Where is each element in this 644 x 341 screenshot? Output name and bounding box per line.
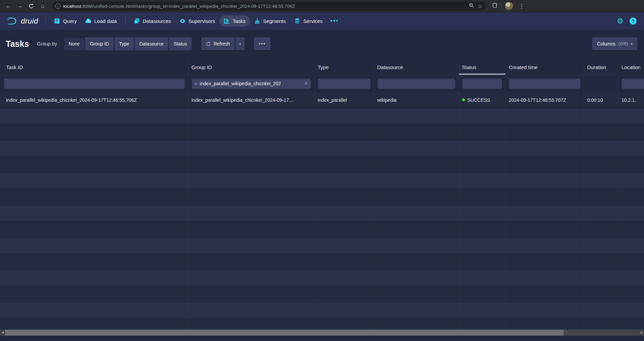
forward-icon[interactable]: → <box>15 1 25 11</box>
cell-datasource[interactable]: wikipedia <box>374 92 459 108</box>
query-icon <box>54 18 60 24</box>
empty-cell <box>315 173 374 189</box>
empty-cell <box>584 205 618 221</box>
empty-cell <box>0 108 188 124</box>
chevron-down-icon: ▾ <box>239 42 241 46</box>
group-id-filter-input[interactable]: = index_parallel_wikipedia_chicnkei_202 … <box>192 79 311 89</box>
scrollbar-thumb[interactable] <box>5 330 564 336</box>
columns-button[interactable]: Columns (8/8) ▾ <box>592 37 637 50</box>
url-text: localhost:8888/unified-console.html#task… <box>63 4 466 9</box>
datasource-filter-input[interactable] <box>378 79 455 89</box>
empty-cell <box>459 124 506 140</box>
group-by-none-button[interactable]: None <box>64 37 84 50</box>
refresh-button[interactable]: Refresh <box>201 37 235 50</box>
empty-cell <box>584 173 618 189</box>
empty-cell <box>374 141 459 156</box>
profile-avatar[interactable] <box>505 2 513 10</box>
help-icon[interactable]: ? <box>630 18 637 25</box>
empty-cell <box>0 189 188 205</box>
extensions-icon[interactable] <box>492 2 498 10</box>
empty-cell <box>0 221 188 237</box>
nav-item-tasks[interactable]: Tasks <box>219 16 250 27</box>
empty-cell <box>618 270 644 286</box>
settings-gear-icon[interactable]: ⚙ <box>617 17 623 26</box>
status-filter-input[interactable] <box>462 79 502 89</box>
home-icon[interactable]: ⌂ <box>38 1 48 11</box>
scroll-right-icon[interactable] <box>639 330 644 336</box>
empty-cell <box>506 173 584 189</box>
empty-cell <box>0 124 188 140</box>
cell-duration[interactable]: 0:00:10 <box>584 92 618 108</box>
table-row: index_parallel_wikipedia_chicnkei_2024-0… <box>0 92 644 108</box>
location-filter-input[interactable] <box>622 79 644 89</box>
empty-cell <box>506 286 584 302</box>
nav-item-datasources[interactable]: Datasources <box>130 16 175 27</box>
nav-more-icon[interactable]: ••• <box>327 18 342 25</box>
site-info-icon[interactable]: i <box>55 3 61 9</box>
clear-filter-icon[interactable]: ✕ <box>304 81 308 87</box>
empty-cell <box>374 108 459 124</box>
table-row-empty <box>0 238 644 254</box>
type-filter-input[interactable] <box>318 79 370 89</box>
group-by-status-button[interactable]: Status <box>169 37 192 50</box>
cell-created-time[interactable]: 2024-09-17T12:46:55.707Z <box>506 92 584 108</box>
cell-group-id[interactable]: index_parallel_wikipedia_chicnkei_2024-0… <box>188 92 315 108</box>
empty-cell <box>459 189 506 205</box>
tasks-view: Tasks Group by None Group ID Type Dataso… <box>0 30 644 341</box>
empty-cell <box>0 205 188 221</box>
empty-cell <box>374 221 459 237</box>
refresh-interval-caret-button[interactable]: ▾ <box>236 37 245 50</box>
browser-menu-icon[interactable]: ⋮ <box>516 1 527 11</box>
empty-cell <box>315 205 374 221</box>
group-by-type-button[interactable]: Type <box>114 37 134 50</box>
column-header-type[interactable]: Type <box>315 59 374 75</box>
table-row-empty <box>0 108 644 124</box>
back-icon[interactable]: ← <box>3 1 13 11</box>
column-header-group-id[interactable]: Group ID <box>188 59 315 75</box>
nav-item-services[interactable]: Services <box>290 16 327 27</box>
cell-type[interactable]: index_parallel <box>315 92 374 108</box>
druid-logo[interactable]: druid <box>5 16 41 26</box>
empty-cell <box>459 157 506 173</box>
empty-cell <box>584 238 618 253</box>
divider <box>45 17 46 26</box>
divider <box>501 3 502 9</box>
reload-icon[interactable] <box>26 1 36 11</box>
page-title: Tasks <box>6 39 29 49</box>
filter-row: = index_parallel_wikipedia_chicnkei_202 … <box>0 75 644 92</box>
nav-item-query[interactable]: Query <box>50 16 81 27</box>
cell-status[interactable]: SUCCESS <box>459 92 506 108</box>
group-by-datasource-button[interactable]: Datasource <box>135 37 168 50</box>
cell-task-id[interactable]: index_parallel_wikipedia_chicnkei_2024-0… <box>0 92 188 108</box>
nav-item-segments[interactable]: Segments <box>250 16 290 27</box>
zoom-page-icon[interactable] <box>469 3 474 9</box>
table-header-row: Task ID Group ID Type Datasource Status … <box>0 59 644 75</box>
column-header-task-id[interactable]: Task ID <box>0 59 188 75</box>
empty-cell <box>459 205 506 221</box>
nav-item-supervisors[interactable]: Supervisors <box>175 16 219 27</box>
empty-cell <box>506 205 584 221</box>
bookmark-star-icon[interactable]: ☆ <box>477 3 482 10</box>
created-time-filter-input[interactable] <box>509 79 580 89</box>
scroll-left-icon[interactable] <box>0 330 5 336</box>
column-header-duration[interactable]: Duration <box>584 59 618 75</box>
empty-cell <box>188 189 315 205</box>
empty-cell <box>459 173 506 189</box>
column-header-datasource[interactable]: Datasource <box>374 59 459 75</box>
address-bar[interactable]: i localhost:8888/unified-console.html#ta… <box>52 2 486 11</box>
column-header-status[interactable]: Status <box>459 59 506 75</box>
nav-item-load-data[interactable]: Load data <box>81 16 121 27</box>
cell-location[interactable]: 10.2.1. <box>618 92 644 108</box>
column-header-created-time[interactable]: Created time <box>506 59 584 75</box>
group-by-label: Group by <box>37 41 57 46</box>
empty-cell <box>506 124 584 140</box>
group-by-group-id-button[interactable]: Group ID <box>85 37 114 50</box>
empty-cell <box>374 270 459 286</box>
column-header-location[interactable]: Location <box>618 59 644 75</box>
empty-cell <box>0 302 188 318</box>
horizontal-scrollbar[interactable] <box>0 330 644 336</box>
status-success-dot-icon <box>462 98 465 101</box>
empty-cell <box>584 157 618 173</box>
task-id-filter-input[interactable] <box>4 79 185 89</box>
more-actions-button[interactable]: ••• <box>254 37 271 50</box>
